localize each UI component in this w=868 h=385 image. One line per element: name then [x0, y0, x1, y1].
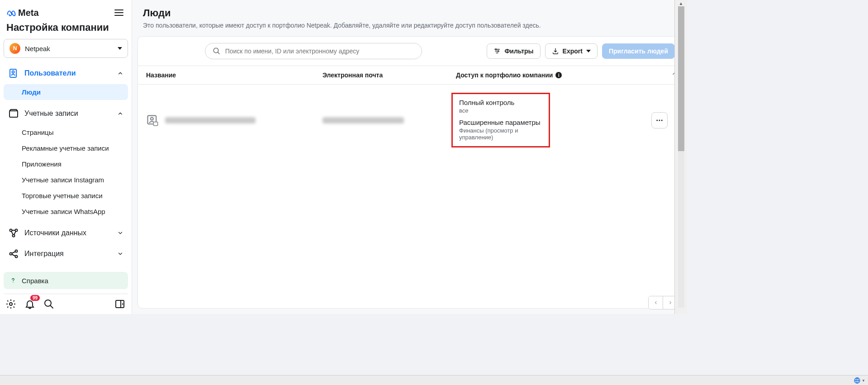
account-picker[interactable]: N Netpeak — [4, 39, 128, 58]
nav-label-data-sources: Источники данных — [24, 229, 86, 237]
notification-badge: 99 — [30, 295, 40, 301]
svg-point-16 — [498, 51, 499, 52]
nav-group-users: Пользователи Люди — [4, 63, 128, 103]
export-label: Export — [563, 48, 583, 55]
row-email-blurred — [323, 117, 404, 124]
access-advanced-sub: Финансы (просмотр и управление) — [459, 127, 542, 141]
nav-item-pages[interactable]: Страницы — [4, 124, 128, 140]
nav-label-users: Пользователи — [24, 69, 76, 77]
main-header: Люди Это пользователи, которые имеют дос… — [132, 0, 687, 34]
col-header-access[interactable]: Доступ к портфолио компании i — [456, 71, 673, 79]
chevron-up-icon — [117, 110, 123, 117]
invite-button[interactable]: Пригласить людей — [602, 43, 675, 59]
brand-row: Meta — [4, 4, 128, 20]
filters-icon — [493, 48, 501, 55]
search-icon[interactable] — [43, 299, 54, 309]
chevron-down-icon — [117, 251, 123, 257]
main-title: Люди — [143, 7, 676, 19]
scrollbar-thumb[interactable] — [678, 6, 684, 151]
nav-item-people[interactable]: Люди — [4, 84, 128, 100]
nav-header-billing[interactable]: Счета и платежи — [4, 265, 128, 269]
content-card: Фильтры Export Пригласить людей Название… — [138, 36, 682, 309]
col-header-email[interactable]: Электронная почта — [323, 71, 456, 79]
help-bar[interactable]: Справка — [4, 272, 128, 289]
main: Люди Это пользователи, которые имеют дос… — [132, 0, 687, 314]
page-subtitle: Настройка компании — [4, 20, 128, 39]
bottom-bar: 99 — [4, 294, 128, 314]
scrollbar-track[interactable] — [678, 6, 684, 308]
globe-icon — [854, 377, 861, 384]
filters-button[interactable]: Фильтры — [487, 43, 540, 59]
col-access-label: Доступ к портфолио компании — [456, 71, 553, 79]
table-row[interactable]: Полный контроль все Расширенные параметр… — [138, 85, 681, 156]
nav-header-integration[interactable]: Интеграция — [4, 244, 128, 264]
meta-logo: Meta — [6, 8, 39, 18]
col-header-name[interactable]: Название — [146, 71, 323, 79]
hamburger-icon[interactable] — [114, 7, 124, 18]
sidebar: Meta Настройка компании N Netpeak По — [0, 0, 132, 314]
account-avatar: N — [9, 43, 20, 54]
nav-group-data-sources: Источники данных — [4, 223, 128, 243]
caret-down-icon: ▼ — [862, 379, 865, 383]
svg-point-1 — [12, 71, 14, 73]
search-input[interactable] — [225, 48, 414, 55]
access-advanced: Расширенные параметры — [459, 119, 542, 126]
nav-item-whatsapp[interactable]: Учетные записи WhatsApp — [4, 204, 128, 219]
globe-corner[interactable]: ▼ — [854, 377, 865, 384]
nav-item-ad-accounts[interactable]: Рекламные учетные записи — [4, 140, 128, 156]
search-box[interactable] — [205, 43, 422, 59]
export-button[interactable]: Export — [545, 43, 598, 59]
svg-point-21 — [659, 119, 660, 121]
table-header: Название Электронная почта Доступ к порт… — [138, 66, 681, 85]
export-icon — [552, 48, 559, 55]
settings-icon[interactable] — [5, 299, 16, 309]
svg-point-20 — [656, 119, 658, 121]
nav-label-integration: Интеграция — [24, 250, 64, 258]
pager-prev[interactable] — [649, 296, 663, 309]
nav: Пользователи Люди Учетные записи — [4, 63, 128, 269]
chevron-up-icon — [117, 70, 123, 76]
nav-label-accounts: Учетные записи — [24, 109, 78, 118]
data-sources-icon — [8, 228, 19, 238]
svg-rect-2 — [9, 111, 18, 117]
browser-bottom-bar: ▼ — [0, 375, 868, 385]
row-email-cell — [323, 117, 456, 124]
more-actions-button[interactable] — [651, 112, 668, 128]
search-wrapper — [144, 43, 482, 59]
info-icon[interactable]: i — [555, 72, 562, 78]
nav-item-instagram[interactable]: Учетные записи Instagram — [4, 172, 128, 188]
nav-header-data-sources[interactable]: Источники данных — [4, 223, 128, 243]
scroll-arrow-up-icon[interactable]: ▲ — [679, 1, 683, 6]
nav-header-accounts[interactable]: Учетные записи — [4, 104, 128, 124]
user-id-icon — [146, 114, 159, 127]
svg-point-13 — [122, 304, 123, 305]
notifications-icon[interactable]: 99 — [24, 299, 35, 309]
nav-group-billing: Счета и платежи — [4, 265, 128, 269]
pager — [648, 296, 678, 309]
filters-label: Фильтры — [504, 48, 533, 55]
help-icon — [9, 276, 17, 285]
account-left: N Netpeak — [9, 43, 50, 54]
svg-point-10 — [9, 303, 12, 305]
nav-group-accounts: Учетные записи Страницы Рекламные учетны… — [4, 104, 128, 222]
help-label: Справка — [22, 277, 48, 285]
meta-infinity-icon — [6, 8, 16, 18]
outer-scrollbar[interactable]: ▲ — [674, 0, 687, 314]
nav-item-commerce[interactable]: Торговые учетные записи — [4, 188, 128, 204]
svg-point-22 — [661, 119, 663, 121]
chevron-down-icon — [117, 230, 123, 236]
row-name-blurred — [165, 117, 256, 124]
account-name: Netpeak — [25, 45, 50, 52]
brand-name: Meta — [18, 8, 39, 18]
toolbar: Фильтры Export Пригласить людей — [138, 37, 681, 66]
panel-toggle-icon[interactable] — [114, 299, 125, 309]
main-desc: Это пользователи, которые имеют доступ к… — [143, 22, 676, 29]
svg-rect-19 — [153, 122, 157, 125]
integration-icon — [8, 248, 19, 259]
accounts-icon — [8, 108, 19, 119]
nav-header-users[interactable]: Пользователи — [4, 63, 128, 83]
access-full-control: Полный контроль — [459, 99, 542, 106]
access-full-control-sub: все — [459, 107, 542, 114]
nav-item-apps[interactable]: Приложения — [4, 156, 128, 172]
search-icon — [213, 47, 221, 55]
